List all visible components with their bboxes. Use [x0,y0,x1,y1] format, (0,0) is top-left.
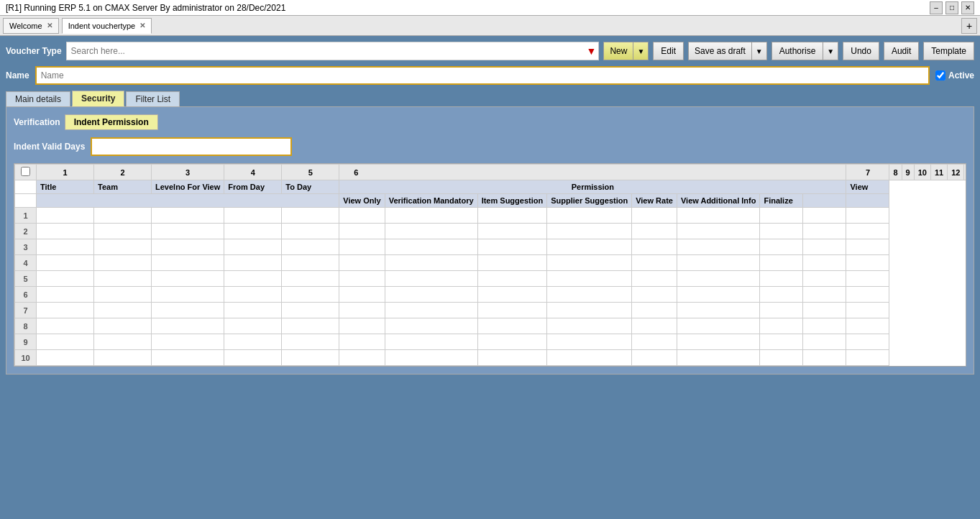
table-cell[interactable] [339,224,385,239]
table-cell[interactable] [385,224,477,239]
table-cell[interactable] [547,318,632,334]
table-cell[interactable] [94,239,152,255]
table-cell[interactable] [547,239,632,255]
table-cell[interactable] [547,208,632,224]
table-cell[interactable] [37,334,94,350]
indent-valid-input[interactable] [91,137,292,156]
table-cell[interactable] [94,208,152,224]
table-cell[interactable] [677,224,760,239]
table-cell[interactable] [94,334,152,350]
table-cell[interactable] [385,318,477,334]
table-cell[interactable] [632,318,677,334]
table-cell[interactable] [339,255,385,271]
search-input[interactable] [66,42,600,60]
table-cell[interactable] [760,334,803,350]
table-cell[interactable] [547,271,632,287]
table-cell[interactable] [152,271,224,287]
save-as-draft-button[interactable]: Save as draft [688,42,751,60]
table-cell[interactable] [846,255,889,271]
table-cell[interactable] [477,255,547,271]
template-button[interactable]: Template [923,42,974,60]
table-cell[interactable] [760,318,803,334]
table-cell[interactable] [677,350,760,366]
table-cell[interactable] [224,303,282,318]
table-cell[interactable] [282,334,339,350]
new-dropdown-button[interactable]: ▼ [633,42,649,60]
table-cell[interactable] [385,208,477,224]
table-cell[interactable] [37,287,94,303]
table-cell[interactable] [152,239,224,255]
table-cell[interactable] [477,334,547,350]
table-cell[interactable] [224,350,282,366]
table-cell[interactable] [282,208,339,224]
table-cell[interactable] [846,350,889,366]
table-cell[interactable] [632,271,677,287]
authorise-dropdown[interactable]: ▼ [823,42,838,60]
table-cell[interactable] [339,208,385,224]
table-cell[interactable] [37,224,94,239]
table-cell[interactable] [760,239,803,255]
table-cell[interactable] [339,287,385,303]
table-cell[interactable] [152,350,224,366]
table-cell[interactable] [385,303,477,318]
maximize-button[interactable]: □ [945,1,958,14]
table-cell[interactable] [94,255,152,271]
table-cell[interactable] [477,350,547,366]
table-cell[interactable] [339,271,385,287]
table-cell[interactable] [224,239,282,255]
add-tab-button[interactable]: + [961,18,977,34]
table-cell[interactable] [677,239,760,255]
audit-button[interactable]: Audit [884,42,919,60]
save-as-draft-dropdown[interactable]: ▼ [751,42,767,60]
table-cell[interactable] [803,224,846,239]
table-cell[interactable] [282,303,339,318]
table-cell[interactable] [803,303,846,318]
table-cell[interactable] [760,224,803,239]
table-cell[interactable] [94,271,152,287]
table-cell[interactable] [547,303,632,318]
table-cell[interactable] [339,239,385,255]
table-cell[interactable] [37,239,94,255]
table-cell[interactable] [37,255,94,271]
authorise-button[interactable]: Authorise [771,42,823,60]
tab-indent-permission[interactable]: Indent Permission [65,114,158,130]
tab-filter-list[interactable]: Filter List [126,91,180,106]
table-cell[interactable] [547,334,632,350]
table-cell[interactable] [37,303,94,318]
table-cell[interactable] [846,318,889,334]
table-cell[interactable] [282,350,339,366]
table-cell[interactable] [282,224,339,239]
table-cell[interactable] [224,318,282,334]
table-cell[interactable] [632,287,677,303]
table-cell[interactable] [282,239,339,255]
select-all-checkbox[interactable] [21,167,30,176]
tab-indent-vouchertype[interactable]: Indent vouchertype ✕ [62,18,152,34]
table-cell[interactable] [846,239,889,255]
table-cell[interactable] [632,239,677,255]
close-button[interactable]: ✕ [961,1,974,14]
table-cell[interactable] [94,318,152,334]
table-cell[interactable] [846,208,889,224]
table-cell[interactable] [803,208,846,224]
table-cell[interactable] [547,224,632,239]
table-cell[interactable] [632,255,677,271]
table-cell[interactable] [282,255,339,271]
table-cell[interactable] [94,350,152,366]
table-cell[interactable] [547,350,632,366]
edit-button[interactable]: Edit [653,42,684,60]
table-cell[interactable] [677,334,760,350]
table-cell[interactable] [677,271,760,287]
table-cell[interactable] [846,287,889,303]
table-cell[interactable] [37,350,94,366]
active-checkbox[interactable] [935,70,945,81]
table-cell[interactable] [224,255,282,271]
table-cell[interactable] [339,318,385,334]
table-cell[interactable] [677,255,760,271]
table-cell[interactable] [385,350,477,366]
table-cell[interactable] [760,271,803,287]
table-cell[interactable] [37,271,94,287]
table-cell[interactable] [632,303,677,318]
table-cell[interactable] [803,239,846,255]
table-cell[interactable] [282,318,339,334]
table-cell[interactable] [282,271,339,287]
